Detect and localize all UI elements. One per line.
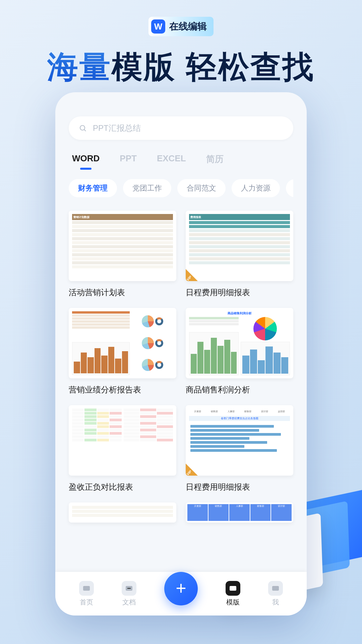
template-grid: 营销计划数据 活动营销计划表 费用报表 — [69, 211, 293, 523]
chip-contract[interactable]: 合同范文 — [177, 179, 226, 197]
nav-docs[interactable]: 文档 — [122, 581, 136, 607]
chip-party[interactable]: 党团工作 — [123, 179, 171, 197]
template-title: 商品销售利润分析 — [186, 384, 293, 395]
svg-point-0 — [80, 125, 85, 130]
template-card[interactable]: 开发部 销售部 人事部 财务部 设计部 — [186, 502, 293, 523]
home-icon — [79, 581, 94, 596]
template-card[interactable]: 费用报表 VIP 日程费用明细报表 — [186, 211, 293, 298]
template-card[interactable]: 营销业绩分析报告表 — [69, 308, 176, 395]
nav-label: 首页 — [80, 598, 93, 607]
tab-resume[interactable]: 简历 — [206, 153, 224, 170]
template-card[interactable]: 商品销售利润分析 — [186, 308, 293, 395]
hero-title: 海量模版 轻松查找 — [0, 46, 362, 88]
template-title: 盈收正负对比报表 — [69, 482, 176, 492]
svg-line-1 — [84, 129, 86, 131]
template-thumbnail: 费用报表 VIP — [186, 211, 293, 281]
bottom-nav: 首页 文档 + 模版 我 — [55, 572, 307, 615]
hero-accent: 海量 — [47, 50, 112, 84]
app-logo-icon: W — [151, 19, 165, 34]
fab-add-button[interactable]: + — [164, 572, 198, 605]
template-title: 日程费用明细报表 — [186, 482, 293, 492]
category-tabs: WORD PPT EXCEL 简历 — [69, 153, 293, 170]
template-thumbnail: 商品销售利润分析 — [186, 308, 293, 378]
template-thumbnail — [69, 405, 176, 476]
chip-finance[interactable]: 财务管理 — [69, 179, 117, 197]
template-title: 活动营销计划表 — [69, 287, 176, 298]
search-bar[interactable]: PPT汇报总结 — [69, 116, 293, 140]
template-card[interactable] — [69, 502, 176, 523]
app-badge: W 在线编辑 — [148, 17, 214, 36]
tab-ppt[interactable]: PPT — [120, 153, 137, 170]
filter-chips: 财务管理 党团工作 合同范文 人力资源 校 — [69, 179, 293, 197]
nav-label: 模版 — [226, 598, 240, 607]
template-title: 日程费用明细报表 — [186, 287, 293, 298]
template-thumbnail: 开发部销售部人事部财务部设计部运营部 各部门季度经费支出占比条形图 VIP — [186, 405, 293, 476]
template-card[interactable]: 开发部销售部人事部财务部设计部运营部 各部门季度经费支出占比条形图 VIP 日程… — [186, 405, 293, 492]
nav-me[interactable]: 我 — [268, 581, 283, 607]
templates-icon — [226, 581, 240, 596]
app-badge-text: 在线编辑 — [169, 20, 207, 33]
page-header: W 在线编辑 海量模版 轻松查找 — [0, 0, 362, 88]
search-icon — [79, 124, 87, 132]
docs-icon — [122, 581, 136, 596]
template-thumbnail: 营销计划数据 — [69, 211, 176, 281]
tab-word[interactable]: WORD — [72, 153, 100, 170]
nav-templates[interactable]: 模版 — [226, 581, 240, 607]
phone-mockup: PPT汇报总结 WORD PPT EXCEL 简历 财务管理 党团工作 合同范文… — [55, 92, 307, 615]
nav-label: 文档 — [122, 598, 136, 607]
nav-label: 我 — [272, 598, 279, 607]
template-thumbnail — [69, 502, 176, 523]
chip-hr[interactable]: 人力资源 — [232, 179, 280, 197]
chip-school[interactable]: 校 — [286, 179, 293, 197]
plus-icon: + — [176, 579, 186, 597]
nav-home[interactable]: 首页 — [79, 581, 94, 607]
template-thumbnail — [69, 308, 176, 378]
template-thumbnail: 开发部 销售部 人事部 财务部 设计部 — [186, 502, 293, 523]
tab-excel[interactable]: EXCEL — [157, 153, 186, 170]
template-card[interactable]: 盈收正负对比报表 — [69, 405, 176, 492]
template-title: 营销业绩分析报告表 — [69, 384, 176, 395]
template-card[interactable]: 营销计划数据 活动营销计划表 — [69, 211, 176, 298]
search-placeholder: PPT汇报总结 — [93, 123, 141, 133]
profile-icon — [268, 581, 283, 596]
hero-rest: 模版 轻松查找 — [112, 50, 315, 84]
